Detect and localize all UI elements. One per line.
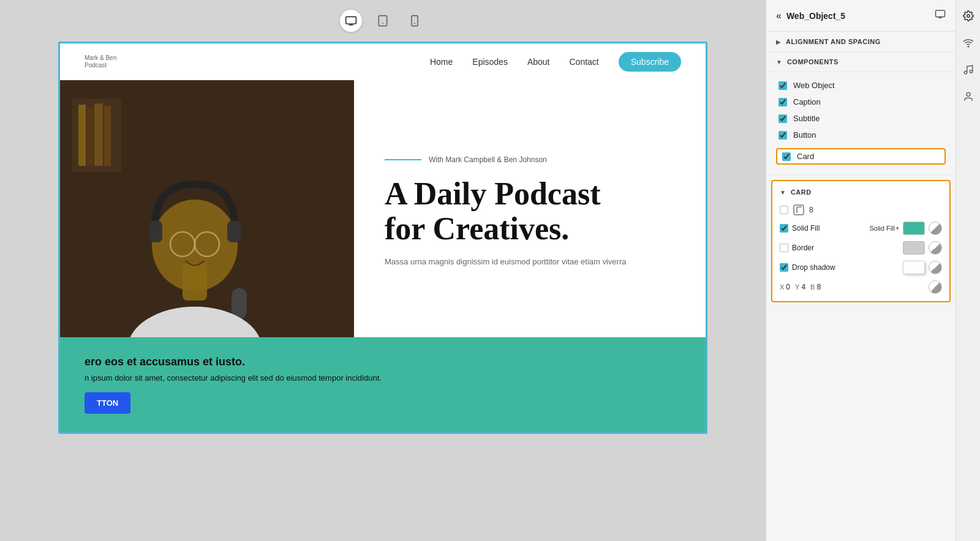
button-label[interactable]: Button bbox=[793, 130, 816, 140]
podcast-nav: Home Episodes About Contact Subscribe bbox=[430, 52, 681, 72]
component-caption: Caption bbox=[766, 94, 956, 110]
border-row: Border bbox=[780, 241, 942, 255]
podcast-logo: Mark & Ben Podcast bbox=[85, 54, 116, 69]
bottom-normal-text: n ipsum dolor sit amet, consectetur adip… bbox=[85, 373, 681, 382]
settings-icon[interactable] bbox=[960, 7, 977, 24]
b-label: B bbox=[810, 283, 815, 291]
card-checkbox[interactable] bbox=[782, 152, 791, 161]
y-value[interactable]: 4 bbox=[801, 283, 805, 291]
alignment-spacing-label: ALIGNMENT AND SPACING bbox=[786, 38, 881, 45]
components-section-header[interactable]: ▼ COMPONENTS bbox=[766, 52, 956, 72]
x-value[interactable]: 0 bbox=[786, 283, 790, 291]
subtitle-checkbox[interactable] bbox=[778, 114, 787, 123]
solid-fill-row: Solid Fill Solid Fill ▾ bbox=[780, 222, 942, 235]
shadow-xyb-opacity-button[interactable] bbox=[929, 280, 942, 294]
music-icon[interactable] bbox=[960, 61, 977, 78]
web-object-checkbox[interactable] bbox=[778, 81, 787, 90]
components-list: Web Object Caption Subtitle Button bbox=[766, 72, 956, 175]
card-label[interactable]: Card bbox=[797, 152, 814, 161]
display-icon[interactable] bbox=[935, 9, 946, 23]
web-object-label[interactable]: Web Object bbox=[793, 81, 835, 90]
svg-point-30 bbox=[964, 71, 967, 74]
wifi-icon[interactable] bbox=[960, 34, 977, 51]
podcast-bottom: ero eos et accusamus et iusto. n ipsum d… bbox=[60, 337, 706, 432]
subscribe-button[interactable]: Subscribe bbox=[619, 52, 681, 72]
icon-bar bbox=[956, 0, 980, 541]
solid-fill-checkbox[interactable] bbox=[780, 224, 788, 233]
card-subsection: ▼ CARD 8 Solid Fill So bbox=[771, 180, 951, 302]
y-label: Y bbox=[795, 283, 799, 291]
mobile-view-button[interactable] bbox=[404, 10, 426, 32]
podcast-preview: Mark & Ben Podcast Home Episodes About C… bbox=[60, 43, 706, 432]
alignment-spacing-section[interactable]: ▶ ALIGNMENT AND SPACING bbox=[766, 32, 956, 52]
dropdown-arrow-icon: ▾ bbox=[896, 225, 899, 231]
subtitle-label[interactable]: Subtitle bbox=[793, 114, 820, 123]
tagline-line bbox=[385, 159, 421, 160]
svg-rect-5 bbox=[412, 16, 418, 26]
nav-contact[interactable]: Contact bbox=[569, 57, 598, 67]
component-subtitle: Subtitle bbox=[766, 110, 956, 127]
card-subsection-header: ▼ CARD bbox=[780, 188, 942, 196]
nav-home[interactable]: Home bbox=[430, 57, 453, 67]
corner-radius-checkbox[interactable] bbox=[780, 206, 788, 214]
drop-shadow-label: Drop shadow bbox=[792, 263, 899, 272]
border-opacity-button[interactable] bbox=[929, 241, 942, 255]
right-panel: « Web_Object_5 ▶ ALIGNMENT AND SPACING ▼… bbox=[766, 0, 956, 541]
fill-type-dropdown[interactable]: Solid Fill ▾ bbox=[869, 225, 899, 232]
panel-body: ▶ ALIGNMENT AND SPACING ▼ COMPONENTS Web… bbox=[766, 32, 956, 541]
svg-rect-3 bbox=[379, 16, 386, 26]
caption-checkbox[interactable] bbox=[778, 98, 787, 106]
bottom-bold-text: ero eos et accusamus et iusto. bbox=[85, 356, 681, 368]
border-color-swatch[interactable] bbox=[903, 241, 925, 255]
hero-tagline: With Mark Campbell & Ben Johnson bbox=[385, 155, 681, 164]
panel-header: « Web_Object_5 bbox=[766, 0, 956, 32]
shadow-xyb-row: X 0 Y 4 B 8 bbox=[780, 280, 942, 294]
svg-rect-12 bbox=[94, 103, 103, 166]
desktop-view-button[interactable] bbox=[340, 10, 362, 32]
alignment-arrow-icon: ▶ bbox=[776, 39, 781, 45]
corner-radius-value[interactable]: 8 bbox=[809, 206, 813, 214]
card-component-highlighted[interactable]: Card bbox=[776, 148, 946, 165]
device-toolbar bbox=[340, 10, 426, 32]
svg-rect-18 bbox=[227, 221, 241, 242]
person-icon[interactable] bbox=[960, 88, 977, 105]
back-arrows-icon[interactable]: « bbox=[776, 10, 782, 21]
svg-rect-0 bbox=[346, 17, 356, 24]
drop-shadow-checkbox[interactable] bbox=[780, 263, 788, 272]
nav-about[interactable]: About bbox=[527, 57, 550, 67]
nav-episodes[interactable]: Episodes bbox=[472, 57, 508, 67]
border-checkbox[interactable] bbox=[780, 244, 788, 252]
cta-button[interactable]: TTON bbox=[85, 392, 130, 414]
components-label: COMPONENTS bbox=[787, 58, 839, 65]
shadow-y-field: Y 4 bbox=[795, 283, 805, 291]
components-arrow-icon: ▼ bbox=[776, 59, 782, 65]
svg-rect-10 bbox=[78, 105, 86, 166]
component-button: Button bbox=[766, 127, 956, 143]
podcast-hero: With Mark Campbell & Ben Johnson A Daily… bbox=[60, 80, 706, 337]
hero-title: A Daily Podcast for Creatives. bbox=[385, 176, 681, 246]
component-web-object: Web Object bbox=[766, 77, 956, 94]
tablet-view-button[interactable] bbox=[372, 10, 394, 32]
button-checkbox[interactable] bbox=[778, 131, 787, 140]
corner-radius-row: 8 bbox=[780, 204, 942, 215]
fill-color-swatch[interactable] bbox=[903, 222, 925, 235]
shadow-b-field: B 8 bbox=[810, 283, 821, 291]
svg-rect-11 bbox=[87, 108, 93, 166]
b-value[interactable]: 8 bbox=[816, 283, 821, 291]
caption-label[interactable]: Caption bbox=[793, 97, 821, 106]
svg-rect-22 bbox=[232, 288, 247, 319]
border-label: Border bbox=[792, 244, 899, 252]
svg-point-32 bbox=[967, 92, 970, 96]
svg-point-31 bbox=[970, 70, 973, 73]
shadow-x-field: X 0 bbox=[780, 283, 790, 291]
svg-point-28 bbox=[967, 15, 970, 18]
solid-fill-label: Solid Fill bbox=[792, 224, 865, 233]
panel-title-text: Web_Object_5 bbox=[786, 11, 845, 21]
fill-opacity-button[interactable] bbox=[929, 222, 942, 235]
shadow-preview bbox=[903, 261, 925, 274]
svg-rect-17 bbox=[149, 221, 162, 242]
panel-title: « Web_Object_5 bbox=[776, 10, 845, 21]
svg-rect-25 bbox=[936, 10, 945, 17]
shadow-opacity-button[interactable] bbox=[929, 261, 942, 274]
card-section-label: CARD bbox=[791, 188, 812, 196]
